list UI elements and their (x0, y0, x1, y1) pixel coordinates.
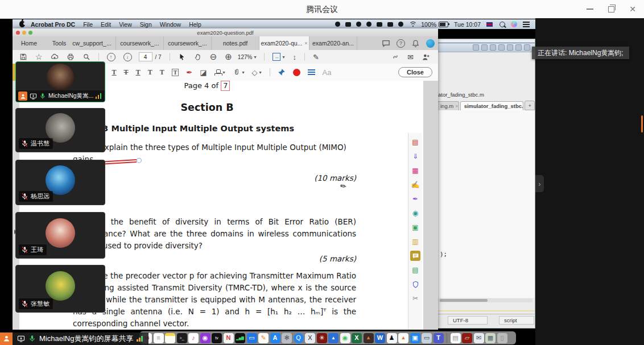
dock-app-store[interactable]: A (270, 333, 280, 343)
dock-quicktime[interactable]: Q (294, 333, 304, 343)
dock-matlab[interactable]: ▲ (364, 333, 374, 343)
link-tool-icon[interactable] (391, 53, 399, 61)
status-record-icon[interactable] (335, 22, 340, 27)
select-cursor-icon[interactable] (178, 53, 186, 61)
close-icon[interactable]: ✕ (629, 5, 636, 13)
dock-terminal[interactable]: >_ (177, 333, 187, 343)
dock-tv[interactable]: tv (212, 333, 222, 343)
attachment-caret-icon[interactable]: ▾ (242, 70, 245, 75)
dock-teams[interactable]: T (434, 333, 444, 343)
menu-edit[interactable]: Edit (101, 21, 111, 28)
color-swatch-red[interactable] (293, 69, 300, 76)
dock-news[interactable]: N (224, 333, 234, 343)
close-comment-button[interactable]: Close (398, 67, 432, 77)
apple-menu-icon[interactable] (19, 21, 25, 27)
print-icon[interactable] (67, 53, 75, 61)
line-thickness-icon[interactable] (308, 69, 315, 75)
help-icon[interactable]: ? (397, 39, 405, 48)
menu-clock[interactable]: Tue 10:07 (454, 21, 481, 28)
tool-print-production-icon[interactable]: ▤ (410, 265, 420, 275)
zoom-level-select[interactable]: 127% (238, 54, 253, 60)
dock-excel[interactable]: X (352, 333, 362, 343)
pen-annotate-icon[interactable]: ✎ (313, 53, 319, 61)
siri-icon[interactable] (511, 21, 517, 27)
tab-home[interactable]: Home (15, 36, 43, 50)
participant-tile-yangsiyuan[interactable]: 杨思远 (15, 160, 105, 205)
dock-downloads[interactable]: ▦ (485, 333, 496, 343)
underline-text-icon[interactable]: T (112, 68, 117, 77)
panel-scrollbar-thumb[interactable] (641, 115, 643, 132)
editor-code-area[interactable] (436, 110, 535, 298)
fit-caret-icon[interactable]: ▾ (282, 55, 284, 60)
notification-center-icon[interactable] (523, 22, 530, 23)
wifi-icon[interactable] (409, 22, 416, 27)
participant-tile-wenshuhui[interactable]: 温书慧 (15, 108, 105, 152)
dock-photos-blue[interactable]: ▲ (328, 333, 338, 343)
tool-edit-pdf-icon[interactable]: ▣ (410, 222, 420, 232)
stamp-icon[interactable] (214, 69, 221, 75)
dock-notes[interactable] (165, 333, 175, 343)
dock-trash[interactable]: ▯ (497, 333, 507, 343)
tab-coursework-1[interactable]: coursework_... (116, 36, 164, 50)
account-avatar[interactable] (426, 39, 435, 48)
status-chat-icon[interactable] (377, 22, 382, 27)
drawing-shapes-icon[interactable]: ◇ (252, 68, 258, 77)
spotlight-search-icon[interactable] (499, 22, 505, 27)
hand-pan-icon[interactable] (194, 53, 202, 61)
matlab-run-icon[interactable] (524, 44, 530, 51)
menu-help[interactable]: Help (189, 21, 201, 28)
strikethrough-text-icon[interactable]: T (124, 68, 129, 77)
menu-view[interactable]: View (119, 21, 132, 28)
panel-collapse-chevron-icon[interactable]: › (535, 175, 544, 192)
editor-tab-inactive[interactable]: ing.m× (436, 101, 459, 110)
tab-exam-answer[interactable]: exam2020-an... (309, 36, 357, 50)
tab-cw-support[interactable]: cw_support_... (68, 36, 116, 50)
dock-wechat[interactable]: ◉ (340, 333, 350, 343)
tool-fill-sign-icon[interactable]: ✒ (410, 194, 420, 204)
status-camera-icon[interactable] (345, 22, 351, 27)
tab-coursework-2[interactable]: coursework_... (164, 36, 212, 50)
dock-xquartz[interactable]: X (305, 333, 315, 343)
tool-compress-pdf-icon[interactable]: ◉ (410, 208, 420, 218)
dock-acrobat-folder[interactable]: ▱ (462, 333, 472, 343)
eraser-icon[interactable]: ◪ (200, 68, 207, 77)
dock-system-preferences[interactable]: ✻ (282, 333, 292, 343)
menu-file[interactable]: File (83, 21, 93, 28)
dock-acrobat[interactable]: ✳ (317, 333, 327, 343)
save-icon[interactable] (19, 53, 27, 61)
dock-podcasts[interactable]: ◉ (200, 333, 210, 343)
zoom-in-icon[interactable]: ⊕ (225, 52, 232, 62)
participant-tile-michaelng[interactable]: MichaelNg黄嵩... (15, 61, 105, 102)
menu-window[interactable]: Window (160, 21, 181, 28)
tool-export-pdf-icon[interactable]: ⇓ (410, 151, 420, 161)
tool-create-pdf-icon[interactable]: ▤ (410, 137, 420, 147)
add-text-icon[interactable]: T (160, 68, 164, 77)
draw-pen-icon[interactable]: ✒ (186, 68, 192, 77)
keep-tool-pin-icon[interactable] (278, 68, 286, 76)
matlab-redo-icon[interactable] (515, 44, 522, 51)
tool-protect-icon[interactable] (410, 279, 420, 289)
previous-page-icon[interactable]: ↑ (107, 53, 115, 61)
dock-vlc[interactable]: ▲ (398, 333, 408, 343)
dock-keynote[interactable]: ▭ (247, 333, 257, 343)
page-number-input[interactable]: 4 (139, 52, 152, 61)
minimize-icon[interactable] (587, 9, 593, 10)
tab-exam-question-active[interactable]: exam2020-qu... × (259, 36, 309, 50)
dock-reminders[interactable]: ≡ (154, 333, 164, 343)
replace-text-icon[interactable]: T (148, 68, 152, 77)
zoom-caret-icon[interactable]: ▾ (254, 55, 256, 60)
shapes-caret-icon[interactable]: ▾ (259, 70, 262, 75)
dock-tencent-meeting[interactable]: ▣ (410, 333, 420, 343)
insert-text-icon[interactable]: T (136, 68, 141, 77)
tool-organize-pages-icon[interactable]: ▦ (410, 165, 420, 176)
dock-word[interactable]: W (375, 333, 385, 343)
tool-combine-files-icon[interactable]: ▥ (410, 236, 420, 247)
zoom-out-icon[interactable]: ⊖ (210, 52, 217, 62)
dock-qq[interactable]: ♟ (387, 333, 397, 343)
matlab-cut-icon[interactable] (481, 44, 488, 51)
tool-comment-icon[interactable] (410, 251, 420, 261)
share-host-icon[interactable] (0, 332, 13, 345)
share-upload-icon[interactable] (51, 53, 59, 61)
tab-close-icon[interactable]: × (455, 103, 459, 109)
email-icon[interactable]: ✉ (407, 53, 414, 61)
